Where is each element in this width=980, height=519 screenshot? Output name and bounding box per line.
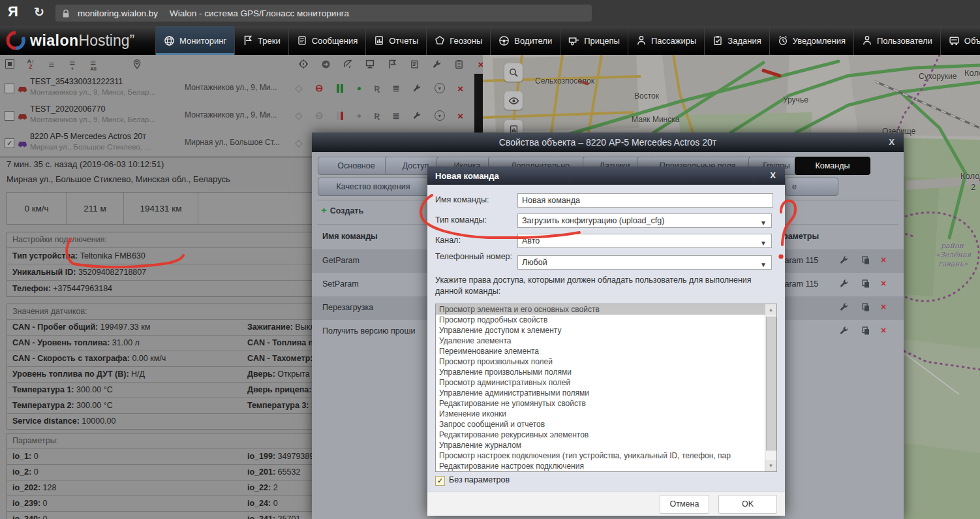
command-copy-icon[interactable] [861, 326, 870, 336]
cancel-button[interactable]: Отмена [660, 495, 709, 514]
rights-item[interactable]: Переименование элемента [436, 346, 776, 356]
plus-icon: + [321, 204, 327, 215]
nav-tab-monitoring[interactable]: Мониторинг [155, 26, 234, 55]
url-text[interactable]: monitoring.wialon.by [78, 8, 158, 18]
passenger-icon [636, 35, 647, 46]
nav-tab-units[interactable]: Объе [940, 26, 980, 55]
browser-bar: Я ↻ monitoring.wialon.by Wialon - систем… [0, 0, 980, 26]
commands-params-column-header: раметры [783, 232, 819, 241]
rights-scrollbar[interactable]: ▲ ▼ [765, 304, 776, 471]
chevron-down-icon: ▼ [760, 237, 767, 250]
nav-tab-tracks[interactable]: Треки [234, 26, 288, 55]
command-delete-icon[interactable]: × [881, 302, 886, 312]
tab-commands[interactable]: Команды [795, 157, 870, 175]
nav-tab-users[interactable]: Пользователи [853, 26, 940, 55]
properties-dialog-titlebar: Свойства объекта – 8220 AP-5 Mercedes Ac… [312, 133, 904, 152]
command-delete-icon[interactable]: × [881, 325, 886, 336]
chevron-down-icon: ▼ [760, 217, 767, 230]
report-icon [374, 35, 384, 46]
user-icon [862, 35, 872, 46]
trailer-icon [568, 35, 579, 46]
globe-icon [164, 35, 175, 46]
command-edit-wrench-icon[interactable] [839, 255, 849, 265]
alarm-clock-icon [778, 35, 788, 46]
command-delete-icon[interactable]: × [881, 255, 886, 265]
create-command-button[interactable]: +Создать [321, 204, 363, 215]
command-copy-icon[interactable] [861, 302, 870, 312]
rights-item[interactable]: Просмотр произвольных полей [436, 356, 776, 367]
reload-icon[interactable]: ↻ [34, 5, 44, 20]
phone-select[interactable]: Любой▼ [517, 255, 772, 270]
rights-item[interactable]: Редактирование настроек подключения [436, 461, 776, 471]
channel-label: Канал: [435, 236, 515, 245]
flag-icon [243, 35, 253, 46]
new-command-dialog: Новая команда X Имя команды: Новая коман… [427, 166, 785, 516]
command-type-select[interactable]: Загрузить конфигурацию (upload_cfg)▼ [517, 213, 772, 228]
channel-select[interactable]: Авто▼ [517, 234, 772, 248]
new-command-title: Новая команда [435, 171, 499, 181]
nav-tab-jobs[interactable]: Задания [704, 26, 769, 55]
phone-label: Телефонный номер: [435, 251, 515, 262]
properties-close-icon[interactable]: X [889, 137, 895, 147]
rights-item[interactable]: Запрос сообщений и отчетов [436, 419, 776, 430]
rights-item[interactable]: Редактирование не упомянутых свойств [436, 398, 776, 409]
rights-listbox[interactable]: Просмотр элемента и его основных свойств… [435, 304, 777, 472]
rights-item[interactable]: Управление произвольными полями [436, 367, 776, 377]
tab-driving-quality[interactable]: Качество вождения [318, 178, 429, 196]
command-edit-wrench-icon[interactable] [839, 326, 849, 336]
command-type-label: Тип команды: [435, 215, 515, 225]
scroll-thumb[interactable] [766, 317, 776, 450]
rights-item[interactable]: Управление доступом к элементу [436, 325, 776, 336]
command-edit-wrench-icon[interactable] [839, 279, 849, 289]
nav-tab-messages[interactable]: Сообщения [288, 26, 366, 55]
tab-partial[interactable]: е [785, 178, 838, 196]
main-nav: wialonHosting” Мониторинг Треки Сообщени… [0, 26, 980, 55]
nav-tab-passengers[interactable]: Пассажиры [628, 26, 704, 55]
geofence-icon [435, 35, 445, 46]
rights-item[interactable]: Просмотр административных полей [436, 377, 776, 388]
nav-tab-trailers[interactable]: Прицепы [560, 26, 628, 55]
rights-item[interactable]: Просмотр настроек подключения (тип устро… [436, 450, 776, 461]
wialon-logo: wialonHosting” [0, 26, 155, 55]
truck-icon [949, 35, 960, 46]
wialon-swirl-icon [5, 30, 26, 51]
rights-item[interactable]: Управление административными полями [436, 388, 776, 398]
tab-general[interactable]: Основное [318, 157, 395, 175]
no-params-checkbox[interactable]: ✓ [435, 476, 445, 486]
nav-tab-notifications[interactable]: Уведомления [769, 26, 853, 55]
rights-item[interactable]: Изменение иконки [436, 409, 776, 419]
no-params-label: Без параметров [449, 475, 510, 484]
rights-item[interactable]: Просмотр подробных свойств [436, 315, 776, 325]
command-delete-icon[interactable]: × [881, 278, 886, 289]
command-name-input[interactable]: Новая команда [517, 193, 773, 208]
yandex-browser-icon[interactable]: Я [8, 3, 18, 20]
message-icon [297, 35, 307, 46]
command-name-label: Имя команды: [435, 195, 515, 204]
driver-icon [498, 35, 510, 46]
rights-item-selected[interactable]: Просмотр элемента и его основных свойств [436, 304, 776, 315]
nav-tab-drivers[interactable]: Водители [490, 26, 560, 55]
rights-item[interactable]: Управление журналом [436, 440, 776, 450]
rights-item[interactable]: Редактирование рекурсивных элементов [436, 430, 776, 440]
scroll-down-icon[interactable]: ▼ [765, 460, 776, 471]
screen: Я ↻ monitoring.wialon.by Wialon - систем… [0, 0, 980, 519]
rights-item[interactable]: Удаление элемента [436, 336, 776, 346]
page-title: Wialon - система GPS/Глонасс мониторинга [170, 8, 349, 18]
new-command-titlebar: Новая команда [427, 166, 785, 185]
nav-tab-reports[interactable]: Отчеты [365, 26, 426, 55]
command-copy-icon[interactable] [861, 279, 870, 289]
address-bar[interactable]: monitoring.wialon.by Wialon - система GP… [55, 5, 592, 22]
ok-button[interactable]: OK [718, 495, 777, 514]
commands-name-column-header: Имя команды [322, 232, 378, 241]
new-command-close-icon[interactable]: X [770, 170, 776, 180]
clipboard-check-icon [712, 35, 723, 46]
rights-hint: Укажите права доступа, которыми должен о… [435, 275, 777, 297]
nav-tab-geofences[interactable]: Геозоны [426, 26, 490, 55]
chevron-down-icon: ▼ [760, 259, 767, 272]
command-copy-icon[interactable] [861, 255, 870, 265]
lock-icon [62, 8, 70, 18]
properties-dialog-title: Свойства объекта – 8220 AP-5 Mercedes Ac… [499, 137, 716, 148]
command-edit-wrench-icon[interactable] [839, 302, 849, 312]
dialog-footer: Отмена OK [427, 492, 785, 516]
scroll-up-icon[interactable]: ▲ [765, 304, 776, 315]
